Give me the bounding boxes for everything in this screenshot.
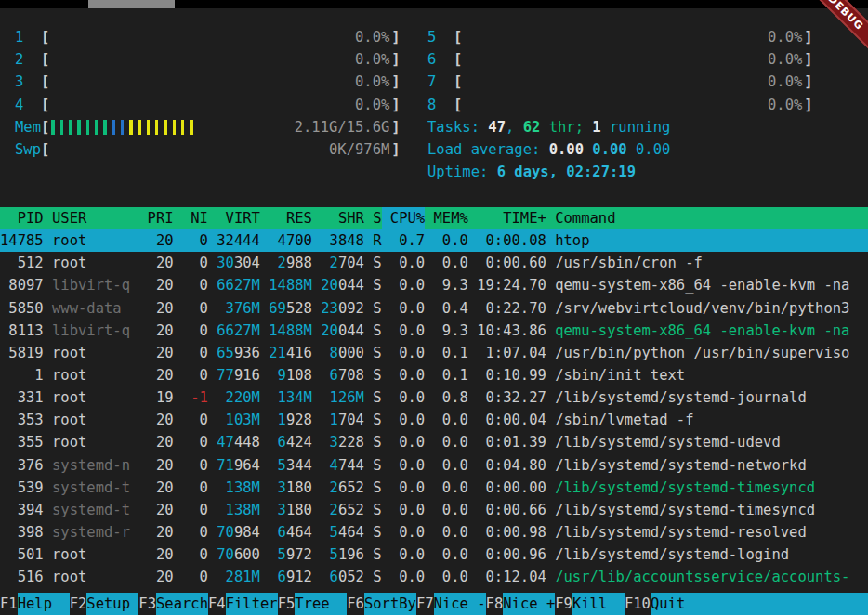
meter-bracket-close: ] bbox=[804, 73, 812, 90]
fkey-label-f9[interactable]: Kill bbox=[572, 593, 625, 615]
column-header-pid[interactable]: PID bbox=[0, 207, 44, 229]
text-segment: 62 bbox=[523, 119, 541, 136]
cell-virt-mb-part: 6627M bbox=[217, 277, 260, 294]
cell-mem-percent: 0.0 bbox=[425, 566, 468, 588]
cell-shr: 6708 bbox=[312, 364, 364, 386]
process-row-353[interactable]: 353root200103M19281704S0.00.00:00.04/sbi… bbox=[0, 409, 868, 431]
yellow-meter-tick bbox=[164, 120, 167, 135]
fkey-f2[interactable]: F2 bbox=[70, 593, 87, 615]
cell-virt: 65936 bbox=[208, 342, 260, 364]
cell-time: 0:00.04 bbox=[468, 409, 546, 431]
column-header-s[interactable]: S bbox=[364, 207, 382, 229]
cell-nice: 0 bbox=[174, 521, 208, 543]
column-header-command[interactable]: Command bbox=[546, 207, 868, 229]
column-header-virt[interactable]: VIRT bbox=[208, 207, 260, 229]
fkey-label-f5[interactable]: Tree bbox=[295, 593, 347, 615]
cell-mem-percent: 9.3 bbox=[425, 274, 468, 296]
process-row-331[interactable]: 331root19-1220M134M126MS0.00.80:32.27/li… bbox=[0, 386, 868, 409]
meter-bracket-open: [ bbox=[454, 29, 462, 46]
fkey-f4[interactable]: F4 bbox=[208, 593, 226, 615]
cell-mem-percent: 0.0 bbox=[425, 521, 468, 543]
column-header-cpu[interactable]: CPU% bbox=[382, 207, 426, 229]
cell-shr-kb-part: 044 bbox=[338, 322, 364, 339]
fkey-label-f10[interactable]: Quit bbox=[651, 593, 868, 615]
table-header-row: PIDUSERPRINIVIRTRESSHRSCPU%MEM%TIME+Comm… bbox=[0, 207, 868, 229]
text-segment: 0.00 bbox=[636, 141, 670, 158]
cell-virt: 6627M bbox=[208, 320, 260, 342]
cpu-meter-3-bar: 0.0% bbox=[49, 71, 391, 93]
fkey-label-f6[interactable]: SortBy bbox=[364, 593, 416, 615]
cell-pid: 353 bbox=[0, 409, 44, 431]
cell-shr: 4744 bbox=[312, 454, 364, 477]
fkey-f9[interactable]: F9 bbox=[555, 593, 572, 615]
process-row-1[interactable]: 1root2007791691086708S0.00.10:10.99/sbin… bbox=[0, 364, 868, 386]
yellow-meter-tick bbox=[173, 120, 177, 135]
process-row-8113[interactable]: 8113libvirt-q2006627M1488M20044S0.09.310… bbox=[0, 320, 868, 342]
cell-shr-mb-part: 3 bbox=[330, 434, 338, 451]
memory-meter-label: Mem bbox=[15, 119, 41, 136]
cell-shr-mb-part: 2 bbox=[330, 502, 338, 518]
cell-cpu-percent: 0.7 bbox=[382, 229, 426, 252]
process-row-14785[interactable]: 14785root2003244447003848R0.70.00:00.08h… bbox=[0, 229, 868, 252]
cell-shr-kb-part: 196 bbox=[338, 546, 364, 563]
fkey-f8[interactable]: F8 bbox=[486, 593, 504, 615]
process-row-5819[interactable]: 5819root20065936214168000S0.00.11:07.04/… bbox=[0, 342, 868, 364]
cell-virt: 71964 bbox=[208, 454, 260, 477]
cell-state: S bbox=[364, 297, 382, 320]
process-row-539[interactable]: 539systemd-t200138M31802652S0.00.00:00.0… bbox=[0, 477, 868, 499]
process-row-394[interactable]: 394systemd-t200138M31802652S0.00.00:00.6… bbox=[0, 499, 868, 521]
fkey-label-f3[interactable]: Search bbox=[156, 593, 208, 615]
process-row-516[interactable]: 516root200281M69126052S0.00.00:12.04/usr… bbox=[0, 566, 868, 588]
cell-shr-kb-part: 652 bbox=[338, 479, 364, 496]
cell-priority: 20 bbox=[138, 454, 173, 477]
cell-res-mb-part: 69 bbox=[269, 300, 286, 317]
cpu-meter-6-value: 0.0% bbox=[768, 48, 802, 71]
swap-meter-bar: 0K/976M bbox=[49, 138, 391, 161]
green-meter-tick bbox=[86, 120, 90, 135]
cell-shr-mb-part: 126M bbox=[330, 389, 364, 406]
fkey-f3[interactable]: F3 bbox=[138, 593, 156, 615]
column-header-pri[interactable]: PRI bbox=[138, 207, 173, 229]
column-header-user[interactable]: USER bbox=[44, 207, 139, 229]
cell-res: 6912 bbox=[260, 566, 312, 588]
column-header-ni[interactable]: NI bbox=[174, 207, 208, 229]
fkey-label-f2[interactable]: Setup bbox=[86, 593, 138, 615]
cell-mem-percent: 0.0 bbox=[425, 477, 468, 499]
process-row-8097[interactable]: 8097libvirt-q2006627M1488M20044S0.09.319… bbox=[0, 274, 868, 296]
cell-command: /lib/systemd/systemd-timesyncd bbox=[546, 499, 868, 521]
column-header-res[interactable]: RES bbox=[260, 207, 312, 229]
column-header-time[interactable]: TIME+ bbox=[468, 207, 546, 229]
process-row-5850[interactable]: 5850www-data200376M6952823092S0.00.40:22… bbox=[0, 297, 868, 320]
meter-bracket-close: ] bbox=[391, 141, 400, 158]
cell-mem-percent: 0.0 bbox=[425, 454, 468, 477]
column-header-mem[interactable]: MEM% bbox=[425, 207, 468, 229]
column-header-shr[interactable]: SHR bbox=[312, 207, 364, 229]
fkey-f5[interactable]: F5 bbox=[278, 593, 296, 615]
fkey-label-f8[interactable]: Nice + bbox=[503, 593, 555, 615]
cell-state: S bbox=[364, 364, 382, 386]
process-row-355[interactable]: 355root2004744864243228S0.00.00:01.39/li… bbox=[0, 431, 868, 453]
fkey-f1[interactable]: F1 bbox=[0, 593, 18, 615]
cell-shr-mb-part: 5 bbox=[330, 524, 338, 541]
cell-mem-percent: 9.3 bbox=[425, 320, 468, 342]
cell-user: root bbox=[44, 431, 139, 453]
cpu-meter-3-label: 3 bbox=[15, 73, 41, 90]
process-row-398[interactable]: 398systemd-r2007098464645464S0.00.00:00.… bbox=[0, 521, 868, 543]
cell-shr-kb-part: 000 bbox=[338, 345, 364, 361]
green-meter-tick bbox=[77, 120, 81, 135]
fkey-f6[interactable]: F6 bbox=[347, 593, 364, 615]
memory-meter-value: 2.11G/15.6G bbox=[295, 116, 390, 138]
window-tab-fragment[interactable] bbox=[88, 0, 175, 8]
cell-cpu-percent: 0.0 bbox=[382, 566, 426, 588]
fkey-label-f4[interactable]: Filter bbox=[226, 593, 278, 615]
process-row-376[interactable]: 376systemd-n2007196453444744S0.00.00:04.… bbox=[0, 454, 868, 477]
cell-virt: 47448 bbox=[208, 431, 260, 453]
fkey-f7[interactable]: F7 bbox=[416, 593, 434, 615]
cell-priority: 20 bbox=[138, 252, 173, 274]
process-row-512[interactable]: 512root2003030429882704S0.00.00:00.60/us… bbox=[0, 252, 868, 274]
fkey-label-f1[interactable]: Help bbox=[18, 593, 70, 615]
fkey-label-f7[interactable]: Nice - bbox=[434, 593, 486, 615]
cell-shr-mb-part: 8 bbox=[330, 345, 338, 361]
fkey-f10[interactable]: F10 bbox=[625, 593, 651, 615]
process-row-501[interactable]: 501root2007060059725196S0.00.00:00.96/li… bbox=[0, 543, 868, 566]
